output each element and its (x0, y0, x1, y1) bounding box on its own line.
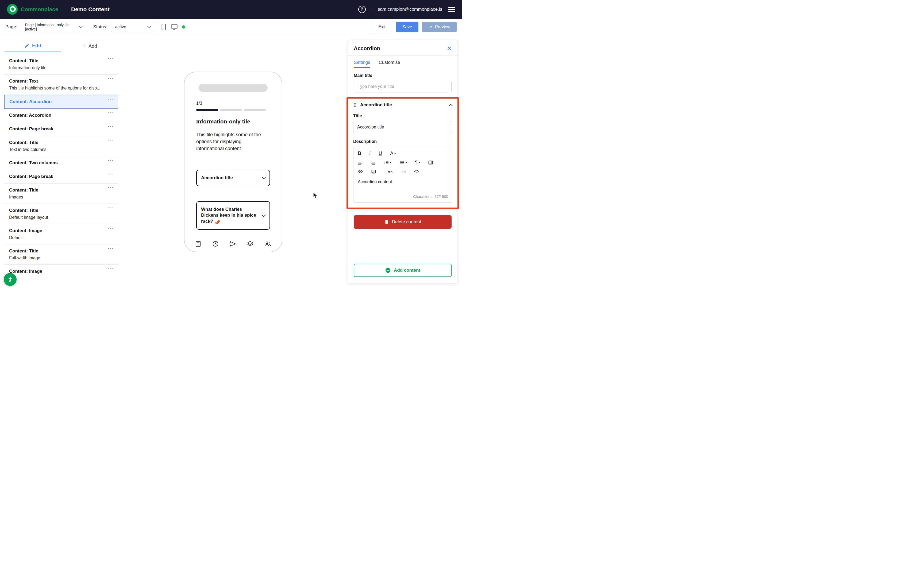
italic-icon[interactable]: i (369, 150, 371, 156)
bold-icon[interactable]: B (358, 151, 361, 156)
plus-circle-icon (385, 268, 391, 273)
item-menu-icon[interactable]: ⋯ (107, 265, 114, 272)
item-menu-icon[interactable]: ⋯ (107, 171, 114, 177)
content-item-title: Content: Page break (9, 174, 113, 179)
tab-settings[interactable]: Settings (354, 60, 370, 68)
accordion-section-header[interactable]: Accordion title (353, 102, 452, 108)
list-item[interactable]: Content: Page break ⋯ (4, 122, 118, 136)
list-item[interactable]: Content: Text This tile highlights some … (4, 74, 118, 95)
code-icon[interactable]: <> (414, 169, 420, 174)
description-field-label: Description (353, 139, 452, 144)
content-item-subtitle: This tile highlights some of the options… (9, 86, 113, 90)
content-item-title: Content: Title (9, 208, 113, 213)
redo-icon[interactable] (401, 169, 406, 174)
news-icon[interactable] (195, 240, 202, 247)
link-icon[interactable] (358, 169, 363, 174)
item-menu-icon[interactable]: ⋯ (107, 75, 114, 82)
list-item[interactable]: Content: Accordion ⋯ (4, 109, 118, 122)
accessibility-widget-button[interactable] (4, 273, 16, 286)
page-select[interactable]: Page | Information-only tile [active] (21, 22, 86, 32)
item-menu-icon[interactable]: ⋯ (107, 137, 114, 143)
preview-bottom-nav (195, 240, 271, 247)
list-item[interactable]: Content: Title Default image layout ⋯ (4, 204, 118, 224)
save-button[interactable]: Save (396, 22, 418, 32)
list-item[interactable]: Content: Image ⋯ (4, 265, 118, 278)
character-count: Characters : 17/1500 (354, 193, 452, 203)
item-menu-icon[interactable]: ⋯ (107, 123, 114, 130)
chevron-down-icon (79, 24, 83, 28)
tab-customise[interactable]: Customise (379, 60, 400, 68)
list-item-selected[interactable]: Content: Accordion ⋯ (4, 95, 118, 109)
underline-icon[interactable]: U (379, 151, 382, 156)
paragraph-format-icon[interactable]: ¶▾ (415, 160, 420, 165)
list-item[interactable]: Content: Title Full-width image ⋯ (4, 244, 118, 265)
description-editor-content[interactable]: Accordion content (354, 174, 452, 193)
add-content-label: Add content (394, 268, 420, 273)
hamburger-menu-icon[interactable] (448, 7, 455, 12)
list-item[interactable]: Content: Title Images ⋯ (4, 184, 118, 204)
add-content-button[interactable]: Add content (354, 264, 452, 277)
header-divider (372, 5, 372, 13)
tab-add[interactable]: + Add (61, 40, 118, 52)
progress-segment (244, 109, 266, 111)
align-left-icon[interactable] (358, 160, 363, 165)
undo-icon[interactable] (388, 169, 393, 174)
item-menu-icon[interactable]: ⋯ (107, 55, 114, 62)
item-menu-icon[interactable]: ⋯ (107, 157, 114, 164)
preview-accordion-2[interactable]: What does Charles Dickens keep in his sp… (196, 201, 270, 229)
bullet-list-icon[interactable]: ▾ (399, 160, 407, 165)
preview-accordion-1[interactable]: Accordion title (196, 169, 270, 186)
main-title-label: Main title (354, 73, 452, 78)
chevron-up-icon[interactable] (449, 104, 452, 107)
list-item[interactable]: Content: Two columns ⋯ (4, 156, 118, 170)
ordered-list-icon[interactable]: 123 ▾ (384, 160, 391, 165)
accessibility-person-icon (7, 276, 14, 283)
send-icon[interactable] (229, 240, 236, 247)
editor-toolbar: Page: Page | Information-only tile [acti… (0, 19, 462, 35)
mobile-view-icon[interactable] (161, 24, 166, 31)
page-select-label: Page: (5, 24, 17, 30)
help-icon[interactable]: ? (358, 6, 366, 13)
close-icon[interactable]: × (447, 45, 452, 52)
content-item-subtitle: Information-only tile (9, 66, 113, 70)
chevron-down-icon (262, 213, 266, 217)
preview-body-text: This tile highlights some of the options… (196, 131, 270, 152)
main-title-input[interactable] (354, 81, 452, 92)
status-select[interactable]: active (111, 22, 154, 32)
preview-button[interactable]: Preview (422, 22, 457, 32)
item-menu-icon[interactable]: ⋯ (107, 225, 114, 232)
clock-icon[interactable] (212, 240, 219, 247)
align-center-icon[interactable] (371, 160, 376, 165)
list-item[interactable]: Content: Title Information-only tile ⋯ (4, 54, 118, 74)
content-item-title: Content: Title (9, 58, 113, 64)
content-item-list: Content: Title Information-only tile ⋯ C… (4, 54, 118, 278)
top-navbar: Commonplace Demo Content ? sam.campion@c… (0, 0, 462, 19)
item-menu-icon[interactable]: ⋯ (107, 205, 114, 211)
table-icon[interactable] (428, 160, 433, 165)
accordion-title-input[interactable] (353, 121, 452, 133)
delete-content-button[interactable]: Delete content (354, 215, 452, 229)
image-icon[interactable] (371, 169, 376, 174)
list-item[interactable]: Content: Page break ⋯ (4, 170, 118, 184)
tab-edit[interactable]: Edit (4, 40, 61, 52)
desktop-view-icon[interactable] (171, 24, 178, 30)
layers-icon[interactable] (247, 240, 254, 247)
item-menu-icon[interactable]: ⋯ (107, 245, 114, 252)
content-item-title: Content: Image (9, 269, 113, 274)
item-menu-icon[interactable]: ⋯ (107, 184, 114, 191)
content-item-title: Content: Image (9, 228, 113, 234)
exit-button[interactable]: Exit (372, 22, 392, 32)
status-select-value: active (115, 24, 126, 29)
list-item[interactable]: Content: Image Default ⋯ (4, 224, 118, 244)
item-menu-icon[interactable]: ⋯ (107, 109, 114, 116)
people-icon[interactable] (264, 240, 271, 247)
content-item-subtitle: Default (9, 235, 113, 240)
chevron-down-icon (262, 175, 266, 179)
text-color-icon[interactable]: A▾ (390, 151, 396, 156)
item-menu-icon[interactable]: ⋯ (107, 96, 114, 103)
pencil-icon (24, 43, 29, 48)
list-item[interactable]: Content: Title Text in two columns ⋯ (4, 136, 118, 156)
content-item-title: Content: Two columns (9, 160, 113, 166)
drag-handle-icon[interactable] (353, 102, 357, 108)
content-item-title: Content: Title (9, 187, 113, 193)
